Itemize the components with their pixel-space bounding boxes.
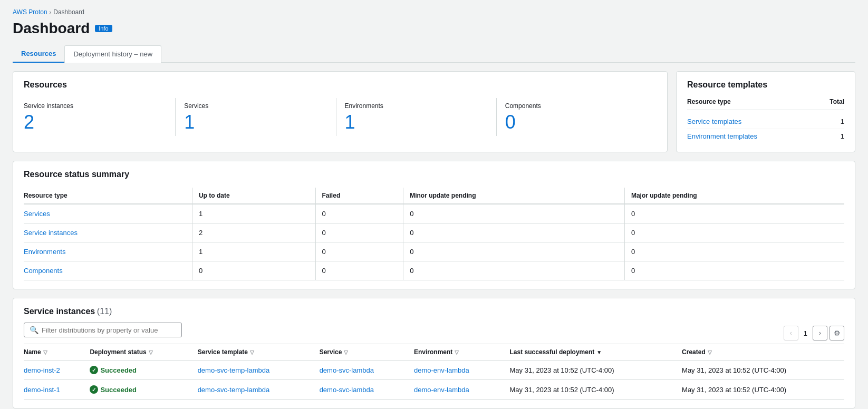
table-settings-button[interactable]: ⚙ xyxy=(830,326,844,340)
instances-table-header: Name ▽ Deployment status ▽ xyxy=(24,344,844,361)
instances-col-status: Deployment status ▽ xyxy=(90,344,197,361)
created-sort-icon: ▽ xyxy=(708,349,712,355)
status-components-uptodate: 0 xyxy=(192,261,315,280)
status-service-instances-link: Service instances xyxy=(24,223,192,242)
pagination-prev-button[interactable]: ‹ xyxy=(784,326,798,340)
filter-search-row: 🔍 ‹ 1 › ⚙ xyxy=(24,323,844,344)
status-circle-icon: ✓ xyxy=(90,385,98,394)
status-services-link: Services xyxy=(24,204,192,223)
status-services-uptodate: 1 xyxy=(192,204,315,223)
table-row: demo-inst-2 ✓ Succeeded demo-svc-temp-la… xyxy=(24,361,844,380)
breadcrumb-separator: › xyxy=(50,9,52,15)
status-col-minor: Minor update pending xyxy=(403,188,625,204)
status-service-instances-minor: 0 xyxy=(403,223,625,242)
rt-row-environment: Environment templates 1 xyxy=(687,129,844,143)
status-col-major: Major update pending xyxy=(624,188,844,204)
stat-services-value: 1 xyxy=(184,113,327,132)
tabs-row: Resources Deployment history – new xyxy=(13,45,855,63)
inst-last-deployment-1: May 31, 2023 at 10:52 (UTC-4:00) xyxy=(510,380,682,400)
instances-col-environment: Environment ▽ xyxy=(414,344,510,361)
breadcrumb-parent[interactable]: AWS Proton xyxy=(13,8,47,16)
page-title-row: Dashboard Info xyxy=(13,20,855,37)
status-row-service-instances: Service instances 2 0 0 0 xyxy=(24,223,844,242)
search-input[interactable] xyxy=(42,326,176,334)
status-service-instances-uptodate: 2 xyxy=(192,223,315,242)
main-content: Resources Service instances 2 Services 1… xyxy=(13,71,855,408)
status-services-failed: 0 xyxy=(315,204,403,223)
instances-col-created: Created ▽ xyxy=(682,344,844,361)
stat-environments-value: 1 xyxy=(345,113,488,132)
status-col-uptodate: Up to date xyxy=(192,188,315,204)
status-environments-major: 0 xyxy=(624,242,844,261)
service-sort-icon: ▽ xyxy=(344,349,348,355)
page-title: Dashboard xyxy=(13,20,90,37)
status-environments-minor: 0 xyxy=(403,242,625,261)
inst-environment-0: demo-env-lambda xyxy=(414,361,510,380)
name-sort-icon: ▽ xyxy=(43,349,47,355)
rt-service-templates-link[interactable]: Service templates xyxy=(687,118,741,125)
instances-title: Service instances xyxy=(24,307,95,316)
stat-services: Services 1 xyxy=(176,98,336,136)
instances-title-group: Service instances (11) xyxy=(24,307,112,316)
inst-status-0: ✓ Succeeded xyxy=(90,361,197,380)
status-service-instances-major: 0 xyxy=(624,223,844,242)
status-components-major: 0 xyxy=(624,261,844,280)
status-services-major: 0 xyxy=(624,204,844,223)
tab-deployment-history[interactable]: Deployment history – new xyxy=(64,45,161,63)
status-environments-failed: 0 xyxy=(315,242,403,261)
search-bar[interactable]: 🔍 xyxy=(24,323,182,337)
status-summary-card: Resource status summary Resource type Up… xyxy=(13,161,855,289)
service-instances-card: Service instances (11) 🔍 ‹ 1 › ⚙ xyxy=(13,298,855,408)
search-icon: 🔍 xyxy=(30,326,38,334)
inst-name-0: demo-inst-2 xyxy=(24,361,90,380)
stats-row: Service instances 2 Services 1 Environme… xyxy=(24,98,657,136)
inst-name-1: demo-inst-1 xyxy=(24,380,90,400)
status-circle-icon: ✓ xyxy=(90,366,98,374)
pagination-row: ‹ 1 › ⚙ xyxy=(784,326,844,340)
resource-templates-title: Resource templates xyxy=(687,80,844,90)
inst-environment-1: demo-env-lambda xyxy=(414,380,510,400)
stat-services-label: Services xyxy=(184,102,327,110)
instances-title-row: Service instances (11) xyxy=(24,307,844,316)
status-col-failed: Failed xyxy=(315,188,403,204)
inst-created-0: May 31, 2023 at 10:52 (UTC-4:00) xyxy=(682,361,844,380)
instances-table: Name ▽ Deployment status ▽ xyxy=(24,344,844,400)
status-components-minor: 0 xyxy=(403,261,625,280)
tab-resources[interactable]: Resources xyxy=(13,45,64,63)
rt-environment-templates-total: 1 xyxy=(841,132,844,140)
instances-col-template: Service template ▽ xyxy=(198,344,320,361)
rt-header-row: Resource type Total xyxy=(687,98,844,110)
status-service-instances-failed: 0 xyxy=(315,223,403,242)
resources-card: Resources Service instances 2 Services 1… xyxy=(13,71,668,152)
template-sort-icon: ▽ xyxy=(250,349,254,355)
resource-templates-card: Resource templates Resource type Total S… xyxy=(676,71,855,152)
inst-template-1: demo-svc-temp-lambda xyxy=(198,380,320,400)
instances-count: (11) xyxy=(97,307,112,316)
breadcrumb-current: Dashboard xyxy=(53,8,84,16)
last-deployment-sort-icon: ▼ xyxy=(596,349,602,355)
stat-service-instances: Service instances 2 xyxy=(24,98,176,136)
inst-template-0: demo-svc-temp-lambda xyxy=(198,361,320,380)
stat-environments: Environments 1 xyxy=(336,98,497,136)
environment-sort-icon: ▽ xyxy=(455,349,459,355)
pagination-current: 1 xyxy=(801,329,811,337)
pagination-next-button[interactable]: › xyxy=(813,326,827,340)
instances-col-service: Service ▽ xyxy=(320,344,414,361)
status-row-components: Components 0 0 0 0 xyxy=(24,261,844,280)
rt-col-type: Resource type xyxy=(687,98,731,105)
inst-last-deployment-0: May 31, 2023 at 10:52 (UTC-4:00) xyxy=(510,361,682,380)
rt-environment-templates-link[interactable]: Environment templates xyxy=(687,132,757,140)
status-badge: ✓ Succeeded xyxy=(90,366,191,374)
breadcrumb: AWS Proton › Dashboard xyxy=(13,8,855,16)
stat-service-instances-value: 2 xyxy=(24,113,167,132)
inst-status-1: ✓ Succeeded xyxy=(90,380,197,400)
status-table-header: Resource type Up to date Failed Minor up… xyxy=(24,188,844,204)
stat-components-value: 0 xyxy=(505,113,648,132)
info-badge[interactable]: Info xyxy=(95,25,112,32)
inst-service-1: demo-svc-lambda xyxy=(320,380,414,400)
status-environments-uptodate: 1 xyxy=(192,242,315,261)
status-col-type: Resource type xyxy=(24,188,192,204)
status-components-link: Components xyxy=(24,261,192,280)
stat-environments-label: Environments xyxy=(345,102,488,110)
stat-components: Components 0 xyxy=(497,98,657,136)
